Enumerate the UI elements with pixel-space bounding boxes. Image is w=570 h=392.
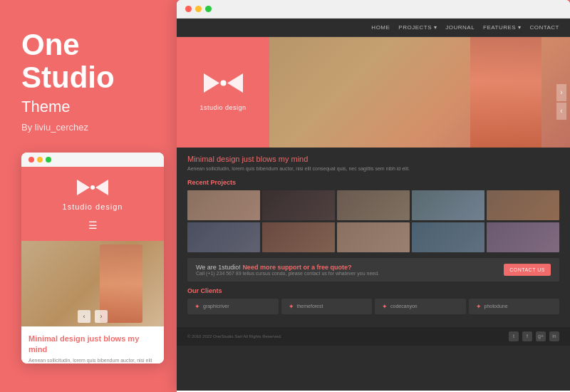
project-thumb-4[interactable] [412, 190, 484, 220]
client-photodune[interactable]: ✦ photodune [469, 299, 560, 314]
hero-bowtie-icon [204, 73, 243, 96]
projects-grid [187, 190, 559, 252]
client-name-1: graphicriver [203, 304, 229, 309]
client-graphicriver[interactable]: ✦ graphicriver [187, 299, 279, 314]
left-panel: One Studio Theme By liviu_cerchez 1studi… [0, 0, 178, 392]
clients-grid: ✦ graphicriver ✦ themeforest ✦ codecanyo… [187, 299, 559, 314]
browser-content: HOME PROJECTS ▾ JOURNAL FEATURES ▾ CONTA… [177, 19, 570, 391]
mobile-nav-arrows: ‹ › [78, 310, 108, 323]
project-thumb-10[interactable] [487, 222, 559, 252]
client-name-3: codecanyon [390, 304, 418, 309]
site-nav: HOME PROJECTS ▾ JOURNAL FEATURES ▾ CONTA… [177, 19, 570, 37]
social-facebook[interactable]: f [522, 331, 532, 341]
mobile-logo-text: 1studio design [63, 202, 123, 211]
hamburger-icon[interactable]: ☰ [88, 220, 98, 231]
prev-arrow[interactable]: ‹ [78, 310, 90, 323]
browser-dot-red [185, 6, 192, 12]
nav-contact[interactable]: CONTACT [529, 24, 559, 31]
svg-marker-1 [95, 180, 108, 195]
site-main: Minimal design just blows my mind Aenean… [177, 148, 570, 327]
browser-dot-green [205, 6, 212, 12]
cta-main-text: We are 1studio! Need more support or a f… [196, 264, 379, 271]
brand-subtitle: Theme [21, 98, 70, 116]
next-arrow[interactable]: › [95, 310, 108, 323]
project-thumb-9[interactable] [412, 222, 484, 252]
hero-image-figure [470, 37, 542, 148]
svg-point-2 [90, 185, 95, 190]
project-thumb-5[interactable] [487, 190, 559, 220]
mobile-mockup: 1studio design ☰ ‹ › Minimal design just… [21, 153, 164, 363]
client-icon-2: ✦ [289, 303, 294, 310]
hero-prev-arrow[interactable]: ‹ [556, 103, 566, 120]
client-icon-4: ✦ [476, 303, 482, 310]
mobile-header: 1studio design ☰ [21, 167, 164, 241]
browser-chrome [177, 0, 570, 19]
brand-title: One Studio [21, 29, 115, 94]
project-thumb-7[interactable] [262, 222, 335, 252]
hero-image: › ‹ [269, 37, 570, 148]
cta-text-block: We are 1studio! Need more support or a f… [196, 264, 379, 276]
social-gplus[interactable]: g+ [536, 331, 546, 341]
mobile-dot-yellow [37, 157, 43, 163]
footer-social: t f g+ in [509, 331, 559, 341]
hero-next-arrow[interactable]: › [556, 84, 566, 101]
site-footer: © 2010 2022 OneStudio Sarl All Rights Re… [177, 327, 570, 346]
nav-journal[interactable]: JOURNAL [445, 24, 475, 31]
mobile-top-bar [21, 153, 164, 167]
client-themeforest[interactable]: ✦ themeforest [281, 299, 373, 314]
nav-home[interactable]: HOME [371, 24, 390, 31]
browser-dot-yellow [195, 6, 202, 12]
site-hero: 1studio design › ‹ [177, 37, 570, 148]
hero-logo-text: 1studio design [200, 104, 246, 111]
mobile-dot-red [28, 157, 34, 163]
cta-phone: Call (+1) 234 567 89 tellus cursus condo… [196, 271, 379, 276]
client-name-4: photodune [484, 304, 508, 309]
client-name-2: themeforest [297, 304, 323, 309]
project-thumb-8[interactable] [337, 222, 410, 252]
browser-mockup: HOME PROJECTS ▾ JOURNAL FEATURES ▾ CONTA… [177, 0, 570, 392]
brand-author: By liviu_cerchez [21, 122, 88, 133]
project-thumb-1[interactable] [187, 190, 260, 220]
clients-heading: Our Clients [187, 287, 559, 294]
cta-bar: We are 1studio! Need more support or a f… [187, 258, 559, 282]
project-thumb-3[interactable] [337, 190, 410, 220]
bowtie-icon [77, 180, 108, 198]
mobile-content-section: Minimal design just blows my mind Aenean… [21, 326, 164, 363]
site-description: Aenean sollicitudin, lorem quis bibendum… [187, 165, 559, 173]
client-icon-1: ✦ [195, 303, 200, 310]
mobile-image-section: ‹ › [21, 241, 164, 326]
mobile-dot-green [46, 157, 51, 163]
social-linkedin[interactable]: in [549, 331, 559, 341]
project-thumb-2[interactable] [262, 190, 335, 220]
svg-marker-3 [204, 73, 219, 93]
footer-copyright: © 2010 2022 OneStudio Sarl All Rights Re… [187, 334, 282, 339]
hero-logo-box: 1studio design [177, 37, 269, 148]
svg-point-5 [220, 81, 226, 86]
mobile-body-text: Aenean sollicitudin, lorem quis bibendum… [28, 357, 157, 363]
contact-us-button[interactable]: CONTACT US [504, 264, 551, 276]
social-twitter[interactable]: t [509, 331, 519, 341]
recent-projects-heading: Recent Projects [187, 179, 559, 186]
project-thumb-6[interactable] [187, 222, 260, 252]
svg-marker-0 [77, 180, 90, 195]
clients-section: Our Clients ✦ graphicriver ✦ themeforest… [187, 287, 559, 314]
site-tagline: Minimal design just blows my mind [187, 155, 559, 163]
client-codecanyon[interactable]: ✦ codecanyon [375, 299, 466, 314]
client-icon-3: ✦ [382, 303, 388, 310]
svg-marker-4 [227, 73, 243, 93]
nav-features[interactable]: FEATURES ▾ [483, 24, 521, 31]
nav-projects[interactable]: PROJECTS ▾ [398, 24, 437, 31]
mobile-heading: Minimal design just blows my mind [28, 334, 157, 354]
